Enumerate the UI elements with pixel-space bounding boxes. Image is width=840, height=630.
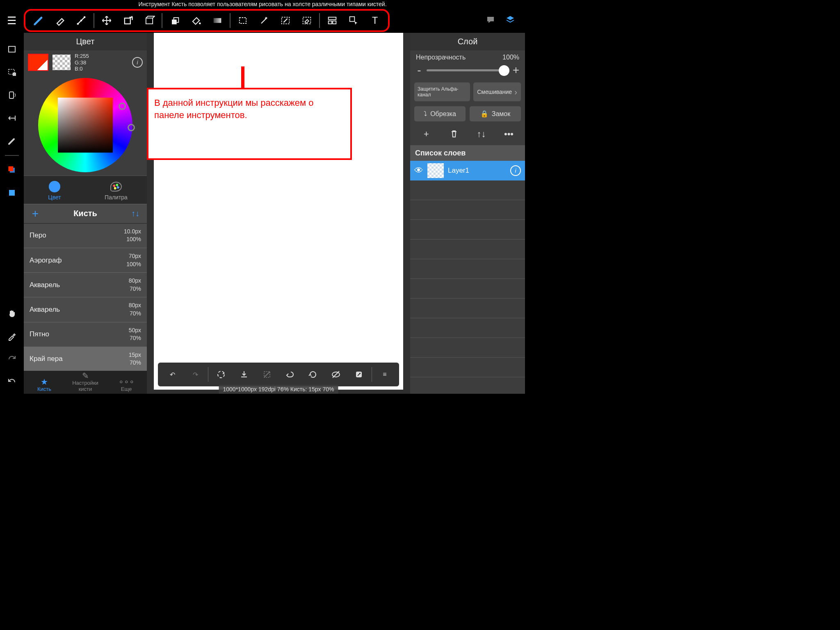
screen-icon[interactable] (2, 38, 21, 61)
flip-icon[interactable] (2, 107, 21, 130)
deselect-icon[interactable] (257, 365, 277, 384)
brush-tab[interactable]: ★Кисть (24, 378, 65, 394)
color-tab[interactable]: Цвет (24, 176, 85, 204)
add-layer[interactable]: + (418, 129, 435, 141)
status-bar: 1000*1000px 192dpi 76% Кисть: 15px 70% (219, 385, 338, 394)
save-icon[interactable] (234, 365, 254, 384)
brush-more-tab[interactable]: ∘∘∘Еще (106, 378, 147, 394)
reload-icon[interactable] (303, 365, 323, 384)
fullscreen-icon[interactable] (349, 365, 369, 384)
color-wheel[interactable] (38, 78, 132, 172)
select-pen-tool[interactable] (275, 11, 296, 30)
clipping-button[interactable]: ⤵Обрезка (414, 106, 466, 121)
secondary-color-swatch[interactable] (52, 55, 71, 70)
magic-wand-tool[interactable] (253, 11, 275, 30)
info-icon[interactable]: i (132, 57, 143, 68)
tool-hint: Инструмент Кисть позволяет пользователям… (0, 0, 525, 8)
selection-icon[interactable] (2, 61, 21, 84)
left-rail (0, 33, 24, 394)
bottom-menu-icon[interactable]: ≡ (374, 365, 395, 384)
redo-icon[interactable] (2, 348, 21, 371)
brush-settings-tab[interactable]: ✎Настройки кисти (65, 372, 106, 394)
svg-rect-21 (8, 166, 13, 171)
visibility-icon[interactable]: 👁 (414, 165, 423, 176)
brush-name: Аэрограф (30, 256, 62, 265)
tool-row-highlight: T (24, 9, 390, 32)
bg-color-icon[interactable] (2, 181, 21, 204)
chat-icon[interactable] (486, 15, 495, 26)
empty-layer-slot (410, 318, 525, 338)
add-brush[interactable]: + (24, 207, 47, 220)
undo-icon[interactable] (2, 371, 21, 394)
brush-indicator-icon[interactable] (2, 130, 21, 153)
opacity-plus[interactable]: + (512, 64, 520, 77)
opacity-slider[interactable] (427, 69, 509, 71)
right-panel: Слой Непрозрачность 100% - + Защитить Ал… (410, 33, 525, 394)
select-eraser-tool[interactable] (296, 11, 317, 30)
svg-rect-12 (329, 21, 332, 24)
empty-layer-slot (410, 259, 525, 279)
palette-tab[interactable]: Палитра (85, 176, 147, 204)
canvas-area: В данной инструкции мы расскажем о панел… (147, 33, 410, 394)
gradient-tool[interactable] (207, 11, 228, 30)
color-swap-icon[interactable] (2, 158, 21, 181)
brush-item[interactable]: Перо10.0px100% (24, 224, 147, 248)
rotate-icon[interactable] (211, 365, 231, 384)
canvas[interactable] (154, 33, 403, 390)
brush-name: Край пера (30, 355, 63, 363)
lock-button[interactable]: 🔒Замок (470, 106, 521, 121)
brush-item[interactable]: Акварель80px70% (24, 297, 147, 322)
svg-point-6 (199, 23, 201, 25)
brush-values: 10.0px100% (124, 228, 141, 244)
blending-button[interactable]: Смешивание› (473, 82, 521, 101)
mesh-transform-tool[interactable] (139, 11, 160, 30)
sort-brushes[interactable]: ↑↓ (124, 209, 147, 218)
reorder-layer[interactable]: ↑↓ (473, 129, 490, 141)
item-picker-tool[interactable] (343, 11, 364, 30)
svg-rect-3 (125, 18, 130, 24)
brush-item[interactable]: Пятно50px70% (24, 322, 147, 347)
opacity-minus[interactable]: - (415, 64, 423, 77)
layer-row[interactable]: 👁 Layer1 i (410, 161, 525, 180)
transform-tool[interactable] (117, 11, 139, 30)
brush-item[interactable]: Край пера15px70% (24, 347, 147, 371)
brush-item[interactable]: Акварель80px70% (24, 273, 147, 297)
frame-divider-tool[interactable] (322, 11, 343, 30)
primary-color-swatch[interactable] (28, 54, 48, 71)
svg-rect-4 (172, 20, 177, 25)
svg-rect-18 (13, 73, 16, 76)
back-step-icon[interactable] (280, 365, 300, 384)
sv-handle[interactable] (128, 124, 135, 131)
brush-values: 80px70% (129, 301, 141, 317)
color-square[interactable] (58, 98, 113, 153)
undo-button[interactable]: ↶ (162, 365, 183, 384)
brush-list[interactable]: Перо10.0px100%Аэрограф70px100%Акварель80… (24, 224, 147, 371)
menu-button[interactable]: ☰ (0, 14, 23, 27)
rotate-device-icon[interactable] (2, 84, 21, 107)
move-tool[interactable] (96, 11, 117, 30)
layer-info-icon[interactable]: i (510, 165, 521, 176)
protect-alpha-button[interactable]: Защитить Альфа-канал (414, 82, 470, 101)
dot-brush-tool[interactable] (71, 11, 92, 30)
svg-rect-8 (240, 18, 246, 23)
empty-layer-slot (410, 220, 525, 240)
bucket-tool[interactable] (185, 11, 207, 30)
eraser-tool[interactable] (49, 11, 71, 30)
text-tool[interactable]: T (364, 11, 386, 30)
delete-layer[interactable] (446, 129, 462, 141)
redo-button[interactable]: ↷ (185, 365, 205, 384)
eyedropper-icon[interactable] (2, 325, 21, 348)
svg-text:T: T (372, 15, 378, 26)
hue-handle[interactable] (119, 103, 126, 110)
layer-more[interactable]: ••• (501, 129, 517, 141)
brush-tool[interactable] (28, 11, 49, 30)
hand-tool-icon[interactable] (2, 302, 21, 325)
brush-name: Акварель (30, 281, 60, 289)
fill-bucket-tool[interactable] (164, 11, 185, 30)
layer-panel-title: Слой (410, 33, 525, 50)
no-view-icon[interactable] (326, 365, 346, 384)
layers-icon[interactable] (505, 15, 515, 26)
top-toolbar: ☰ T (0, 8, 525, 33)
select-rect-tool[interactable] (232, 11, 253, 30)
brush-item[interactable]: Аэрограф70px100% (24, 248, 147, 273)
